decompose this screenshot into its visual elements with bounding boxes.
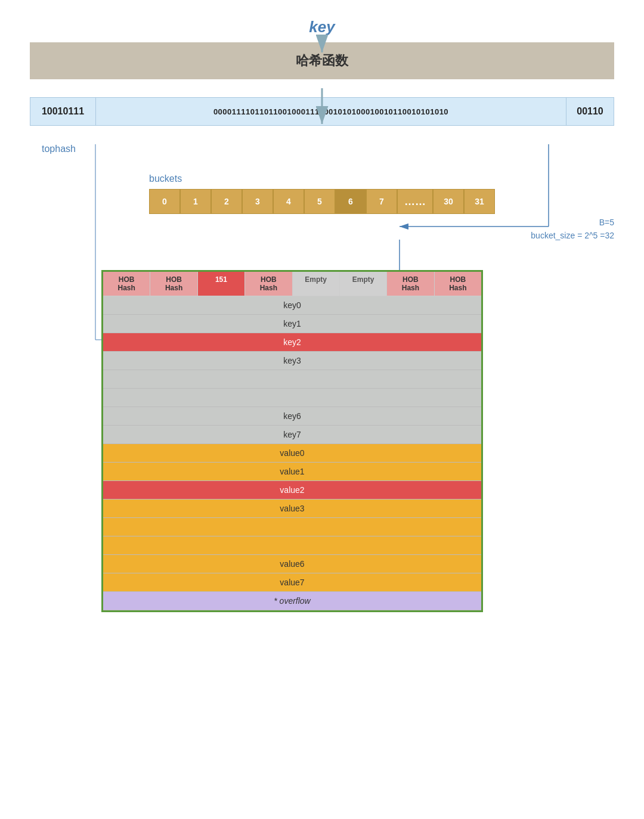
- bucket-30: 30: [433, 189, 464, 214]
- hob-cell-6: HOBHash: [387, 272, 434, 296]
- hob-cell-1: HOBHash: [150, 272, 197, 296]
- hob-cell-151: 151: [198, 272, 245, 296]
- value-row-7: value7: [103, 573, 481, 592]
- b-size-label: B=5: [149, 218, 614, 227]
- key-row-4: [103, 370, 481, 389]
- buckets-row: 0 1 2 3 4 5 6 7 …… 30 31: [149, 189, 614, 214]
- value-row-6: value6: [103, 555, 481, 573]
- key-row-0: key0: [103, 296, 481, 315]
- value-row-0: value0: [103, 444, 481, 463]
- bucket-5: 5: [304, 189, 335, 214]
- value-row-5: [103, 536, 481, 555]
- overflow-row: * overflow: [103, 592, 481, 610]
- hob-cell-empty2: Empty: [340, 272, 387, 296]
- bucket-detail-box: HOBHash HOBHash 151 HOBHash Empty Empty …: [101, 270, 483, 612]
- key-row-5: [103, 389, 481, 407]
- hob-hash-row: HOBHash HOBHash 151 HOBHash Empty Empty …: [103, 272, 481, 296]
- bucket-6: 6: [335, 189, 366, 214]
- bucket-31: 31: [464, 189, 495, 214]
- bucket-0: 0: [149, 189, 180, 214]
- key-row-6: key6: [103, 407, 481, 426]
- bucket-dots: ……: [397, 189, 433, 214]
- bucket-7: 7: [366, 189, 397, 214]
- bucket-2: 2: [211, 189, 242, 214]
- value-row-1: value1: [103, 463, 481, 481]
- key-row-3: key3: [103, 352, 481, 370]
- key-label: key: [30, 18, 614, 36]
- hob-cell-empty1: Empty: [293, 272, 340, 296]
- key-row-1: key1: [103, 315, 481, 333]
- key-row-2: key2: [103, 333, 481, 352]
- bucket-size-label: bucket_size = 2^5 =32: [149, 231, 614, 240]
- value-row-2: value2: [103, 481, 481, 500]
- buckets-section: buckets 0 1 2 3 4 5 6 7 …… 30 31 B=5 buc…: [149, 173, 614, 240]
- hob-cell-7: HOBHash: [435, 272, 481, 296]
- binary-middle: 0000111101101100100011110010101000100101…: [96, 98, 566, 125]
- bucket-4: 4: [273, 189, 304, 214]
- binary-output-row: 10010111 0000111101101100100011110010101…: [30, 97, 614, 126]
- hob-cell-3: HOBHash: [245, 272, 292, 296]
- binary-left: 10010111: [30, 98, 96, 125]
- hob-cell-0: HOBHash: [103, 272, 150, 296]
- hash-function-box: 哈希函数: [30, 42, 614, 79]
- binary-right: 00110: [566, 98, 614, 125]
- key-row-7: key7: [103, 426, 481, 444]
- value-row-3: value3: [103, 500, 481, 518]
- value-row-4: [103, 518, 481, 536]
- tophash-label: tophash: [42, 144, 76, 154]
- bucket-3: 3: [242, 189, 273, 214]
- bucket-1: 1: [180, 189, 211, 214]
- buckets-label: buckets: [149, 173, 614, 184]
